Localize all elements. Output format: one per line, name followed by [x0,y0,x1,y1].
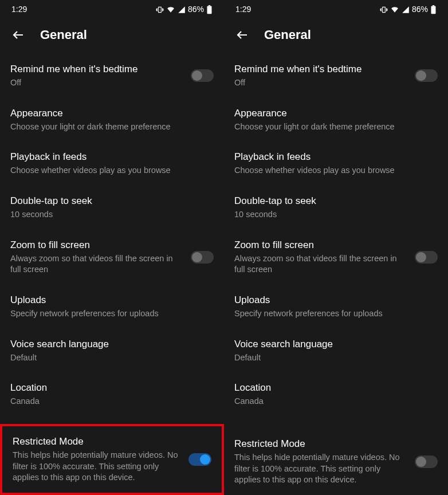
signal-icon [178,5,186,14]
setting-subtitle: This helps hide potentially mature video… [234,452,408,486]
setting-zoom-fill[interactable]: Zoom to fill screen Always zoom so that … [0,230,224,285]
setting-title: Location [234,382,438,394]
setting-subtitle: Specify network preferences for uploads [10,308,214,320]
setting-title: Playback in feeds [10,151,214,163]
setting-title: Double-tap to seek [10,195,214,207]
vibrate-icon [380,5,388,14]
setting-bedtime[interactable]: Remind me when it's bedtime Off [224,54,448,98]
setting-title: Appearance [234,107,438,120]
setting-title: Double-tap to seek [234,195,438,207]
setting-title: Appearance [10,107,214,120]
svg-rect-0 [207,6,212,14]
setting-title: Location [10,382,214,394]
setting-subtitle: Always zoom so that videos fill the scre… [234,253,408,276]
phone-screen-left: 1:29 86% General Remind me when it's be [0,0,224,495]
setting-title: Uploads [10,294,214,307]
setting-restricted-mode[interactable]: Restricted Mode This helps hide potentia… [0,424,224,495]
app-bar: General [224,18,448,54]
zoom-toggle[interactable] [415,251,438,264]
setting-playback-in-feeds[interactable]: Playback in feeds Choose whether videos … [0,142,224,186]
setting-subtitle: Choose your light or dark theme preferen… [10,121,214,133]
bedtime-toggle[interactable] [415,69,438,82]
setting-subtitle: Default [234,352,438,364]
setting-subtitle: This helps hide potentially mature video… [13,450,182,484]
setting-title: Remind me when it's bedtime [234,63,408,76]
back-button[interactable] [235,28,249,42]
setting-double-tap-seek[interactable]: Double-tap to seek 10 seconds [224,186,448,230]
status-time: 1:29 [235,5,251,14]
setting-subtitle: Choose your light or dark theme preferen… [234,121,438,133]
setting-title: Uploads [234,294,438,307]
setting-playback-in-feeds[interactable]: Playback in feeds Choose whether videos … [224,142,448,186]
app-bar: General [0,18,224,54]
phone-screen-right: 1:29 86% General Remind me when it's be [224,0,448,495]
setting-location[interactable]: Location Canada [0,372,224,417]
setting-appearance[interactable]: Appearance Choose your light or dark the… [0,98,224,142]
setting-voice-search-language[interactable]: Voice search language Default [224,329,448,373]
setting-uploads[interactable]: Uploads Specify network preferences for … [224,285,448,329]
setting-voice-search-language[interactable]: Voice search language Default [0,329,224,373]
setting-subtitle: 10 seconds [234,209,438,221]
setting-subtitle: Canada [234,396,438,407]
page-title: General [40,28,87,42]
setting-subtitle: Default [10,352,214,364]
setting-restricted-mode[interactable]: Restricted Mode This helps hide potentia… [224,429,448,495]
setting-bedtime[interactable]: Remind me when it's bedtime Off [0,54,224,98]
restricted-mode-toggle[interactable] [188,453,211,466]
battery-percent: 86% [412,5,428,14]
battery-icon [206,4,213,14]
status-icons: 86% [156,4,213,14]
setting-subtitle: Canada [10,396,214,407]
setting-location[interactable]: Location Canada [224,372,448,417]
status-bar: 1:29 86% [0,0,224,18]
setting-double-tap-seek[interactable]: Double-tap to seek 10 seconds [0,186,224,230]
setting-zoom-fill[interactable]: Zoom to fill screen Always zoom so that … [224,230,448,285]
battery-percent: 86% [188,5,204,14]
status-bar: 1:29 86% [224,0,448,18]
setting-title: Restricted Mode [234,438,408,450]
setting-title: Voice search language [10,338,214,351]
setting-subtitle: Choose whether videos play as you browse [10,165,214,176]
zoom-toggle[interactable] [191,251,214,264]
signal-icon [402,5,410,14]
status-time: 1:29 [11,5,27,14]
setting-subtitle: Specify network preferences for uploads [234,308,438,320]
wifi-icon [390,5,399,14]
page-title: General [264,28,311,42]
setting-title: Voice search language [234,338,438,351]
svg-rect-3 [433,5,434,6]
status-icons: 86% [380,4,437,14]
setting-title: Zoom to fill screen [10,239,184,252]
setting-title: Restricted Mode [13,435,182,448]
setting-subtitle: Always zoom so that videos fill the scre… [10,253,184,276]
setting-uploads[interactable]: Uploads Specify network preferences for … [0,285,224,329]
setting-subtitle: Off [234,77,408,89]
settings-list[interactable]: Remind me when it's bedtime Off Appearan… [0,54,224,495]
bedtime-toggle[interactable] [191,69,214,82]
restricted-mode-toggle[interactable] [415,455,438,468]
setting-subtitle: Off [10,77,184,89]
setting-subtitle: 10 seconds [10,209,214,221]
battery-icon [430,4,437,14]
setting-title: Playback in feeds [234,151,438,163]
svg-rect-2 [431,6,436,14]
setting-title: Zoom to fill screen [234,239,408,252]
setting-appearance[interactable]: Appearance Choose your light or dark the… [224,98,448,142]
setting-title: Remind me when it's bedtime [10,63,184,76]
vibrate-icon [156,5,164,14]
back-button[interactable] [11,28,25,42]
svg-rect-1 [209,5,210,6]
setting-subtitle: Choose whether videos play as you browse [234,165,438,176]
wifi-icon [166,5,175,14]
settings-list[interactable]: Remind me when it's bedtime Off Appearan… [224,54,448,495]
